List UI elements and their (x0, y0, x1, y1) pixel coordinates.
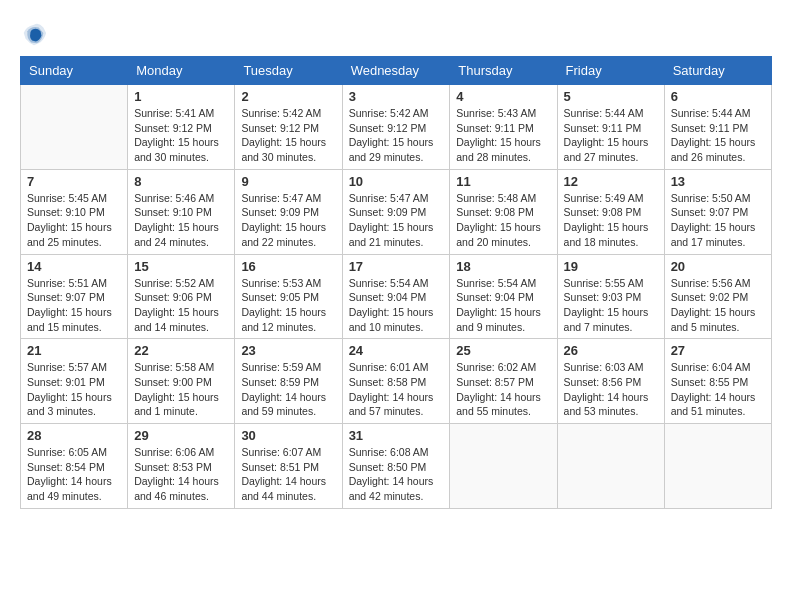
day-info: Sunrise: 6:06 AM Sunset: 8:53 PM Dayligh… (134, 445, 228, 504)
calendar-cell: 14Sunrise: 5:51 AM Sunset: 9:07 PM Dayli… (21, 254, 128, 339)
day-info: Sunrise: 6:07 AM Sunset: 8:51 PM Dayligh… (241, 445, 335, 504)
column-header-friday: Friday (557, 57, 664, 85)
calendar-cell (21, 85, 128, 170)
day-info: Sunrise: 5:54 AM Sunset: 9:04 PM Dayligh… (456, 276, 550, 335)
day-number: 12 (564, 174, 658, 189)
day-info: Sunrise: 5:47 AM Sunset: 9:09 PM Dayligh… (241, 191, 335, 250)
day-info: Sunrise: 5:59 AM Sunset: 8:59 PM Dayligh… (241, 360, 335, 419)
day-number: 29 (134, 428, 228, 443)
calendar-cell: 8Sunrise: 5:46 AM Sunset: 9:10 PM Daylig… (128, 169, 235, 254)
day-number: 13 (671, 174, 765, 189)
day-number: 17 (349, 259, 444, 274)
calendar-cell (664, 424, 771, 509)
day-number: 21 (27, 343, 121, 358)
day-number: 16 (241, 259, 335, 274)
calendar-cell: 5Sunrise: 5:44 AM Sunset: 9:11 PM Daylig… (557, 85, 664, 170)
day-number: 20 (671, 259, 765, 274)
calendar-cell (557, 424, 664, 509)
day-number: 25 (456, 343, 550, 358)
calendar-cell: 27Sunrise: 6:04 AM Sunset: 8:55 PM Dayli… (664, 339, 771, 424)
calendar-cell: 9Sunrise: 5:47 AM Sunset: 9:09 PM Daylig… (235, 169, 342, 254)
day-number: 15 (134, 259, 228, 274)
calendar-cell: 21Sunrise: 5:57 AM Sunset: 9:01 PM Dayli… (21, 339, 128, 424)
calendar-cell: 2Sunrise: 5:42 AM Sunset: 9:12 PM Daylig… (235, 85, 342, 170)
calendar-cell: 16Sunrise: 5:53 AM Sunset: 9:05 PM Dayli… (235, 254, 342, 339)
day-info: Sunrise: 5:49 AM Sunset: 9:08 PM Dayligh… (564, 191, 658, 250)
day-number: 14 (27, 259, 121, 274)
day-info: Sunrise: 5:55 AM Sunset: 9:03 PM Dayligh… (564, 276, 658, 335)
calendar-cell: 13Sunrise: 5:50 AM Sunset: 9:07 PM Dayli… (664, 169, 771, 254)
day-info: Sunrise: 5:45 AM Sunset: 9:10 PM Dayligh… (27, 191, 121, 250)
calendar-cell: 6Sunrise: 5:44 AM Sunset: 9:11 PM Daylig… (664, 85, 771, 170)
day-info: Sunrise: 6:04 AM Sunset: 8:55 PM Dayligh… (671, 360, 765, 419)
column-header-sunday: Sunday (21, 57, 128, 85)
day-number: 19 (564, 259, 658, 274)
calendar-week-row: 14Sunrise: 5:51 AM Sunset: 9:07 PM Dayli… (21, 254, 772, 339)
day-number: 11 (456, 174, 550, 189)
calendar-cell: 1Sunrise: 5:41 AM Sunset: 9:12 PM Daylig… (128, 85, 235, 170)
calendar-cell: 10Sunrise: 5:47 AM Sunset: 9:09 PM Dayli… (342, 169, 450, 254)
calendar-cell: 22Sunrise: 5:58 AM Sunset: 9:00 PM Dayli… (128, 339, 235, 424)
calendar-cell (450, 424, 557, 509)
day-info: Sunrise: 5:42 AM Sunset: 9:12 PM Dayligh… (349, 106, 444, 165)
column-header-wednesday: Wednesday (342, 57, 450, 85)
day-number: 5 (564, 89, 658, 104)
day-number: 7 (27, 174, 121, 189)
day-number: 8 (134, 174, 228, 189)
logo-icon (20, 20, 48, 48)
day-info: Sunrise: 5:57 AM Sunset: 9:01 PM Dayligh… (27, 360, 121, 419)
calendar-cell: 20Sunrise: 5:56 AM Sunset: 9:02 PM Dayli… (664, 254, 771, 339)
day-info: Sunrise: 5:53 AM Sunset: 9:05 PM Dayligh… (241, 276, 335, 335)
calendar-cell: 7Sunrise: 5:45 AM Sunset: 9:10 PM Daylig… (21, 169, 128, 254)
day-number: 26 (564, 343, 658, 358)
calendar-cell: 24Sunrise: 6:01 AM Sunset: 8:58 PM Dayli… (342, 339, 450, 424)
calendar-week-row: 1Sunrise: 5:41 AM Sunset: 9:12 PM Daylig… (21, 85, 772, 170)
calendar-cell: 18Sunrise: 5:54 AM Sunset: 9:04 PM Dayli… (450, 254, 557, 339)
calendar-cell: 11Sunrise: 5:48 AM Sunset: 9:08 PM Dayli… (450, 169, 557, 254)
day-info: Sunrise: 5:52 AM Sunset: 9:06 PM Dayligh… (134, 276, 228, 335)
calendar-cell: 26Sunrise: 6:03 AM Sunset: 8:56 PM Dayli… (557, 339, 664, 424)
day-number: 18 (456, 259, 550, 274)
column-header-monday: Monday (128, 57, 235, 85)
day-info: Sunrise: 5:42 AM Sunset: 9:12 PM Dayligh… (241, 106, 335, 165)
calendar-header-row: SundayMondayTuesdayWednesdayThursdayFrid… (21, 57, 772, 85)
day-number: 27 (671, 343, 765, 358)
day-number: 23 (241, 343, 335, 358)
day-info: Sunrise: 5:46 AM Sunset: 9:10 PM Dayligh… (134, 191, 228, 250)
day-number: 28 (27, 428, 121, 443)
calendar-cell: 3Sunrise: 5:42 AM Sunset: 9:12 PM Daylig… (342, 85, 450, 170)
calendar-cell: 19Sunrise: 5:55 AM Sunset: 9:03 PM Dayli… (557, 254, 664, 339)
calendar-cell: 31Sunrise: 6:08 AM Sunset: 8:50 PM Dayli… (342, 424, 450, 509)
calendar-cell: 28Sunrise: 6:05 AM Sunset: 8:54 PM Dayli… (21, 424, 128, 509)
day-info: Sunrise: 6:08 AM Sunset: 8:50 PM Dayligh… (349, 445, 444, 504)
day-number: 9 (241, 174, 335, 189)
calendar-cell: 25Sunrise: 6:02 AM Sunset: 8:57 PM Dayli… (450, 339, 557, 424)
calendar-cell: 29Sunrise: 6:06 AM Sunset: 8:53 PM Dayli… (128, 424, 235, 509)
day-number: 6 (671, 89, 765, 104)
day-info: Sunrise: 5:58 AM Sunset: 9:00 PM Dayligh… (134, 360, 228, 419)
day-number: 10 (349, 174, 444, 189)
day-number: 31 (349, 428, 444, 443)
day-info: Sunrise: 5:44 AM Sunset: 9:11 PM Dayligh… (564, 106, 658, 165)
day-info: Sunrise: 5:56 AM Sunset: 9:02 PM Dayligh… (671, 276, 765, 335)
column-header-saturday: Saturday (664, 57, 771, 85)
day-number: 24 (349, 343, 444, 358)
calendar-cell: 30Sunrise: 6:07 AM Sunset: 8:51 PM Dayli… (235, 424, 342, 509)
day-number: 3 (349, 89, 444, 104)
day-info: Sunrise: 5:48 AM Sunset: 9:08 PM Dayligh… (456, 191, 550, 250)
day-info: Sunrise: 6:03 AM Sunset: 8:56 PM Dayligh… (564, 360, 658, 419)
day-info: Sunrise: 5:44 AM Sunset: 9:11 PM Dayligh… (671, 106, 765, 165)
calendar-week-row: 7Sunrise: 5:45 AM Sunset: 9:10 PM Daylig… (21, 169, 772, 254)
logo (20, 20, 52, 48)
column-header-thursday: Thursday (450, 57, 557, 85)
day-info: Sunrise: 5:50 AM Sunset: 9:07 PM Dayligh… (671, 191, 765, 250)
calendar-cell: 15Sunrise: 5:52 AM Sunset: 9:06 PM Dayli… (128, 254, 235, 339)
day-info: Sunrise: 6:05 AM Sunset: 8:54 PM Dayligh… (27, 445, 121, 504)
day-info: Sunrise: 6:02 AM Sunset: 8:57 PM Dayligh… (456, 360, 550, 419)
day-info: Sunrise: 5:51 AM Sunset: 9:07 PM Dayligh… (27, 276, 121, 335)
day-number: 2 (241, 89, 335, 104)
day-info: Sunrise: 6:01 AM Sunset: 8:58 PM Dayligh… (349, 360, 444, 419)
day-number: 30 (241, 428, 335, 443)
day-number: 22 (134, 343, 228, 358)
day-info: Sunrise: 5:54 AM Sunset: 9:04 PM Dayligh… (349, 276, 444, 335)
